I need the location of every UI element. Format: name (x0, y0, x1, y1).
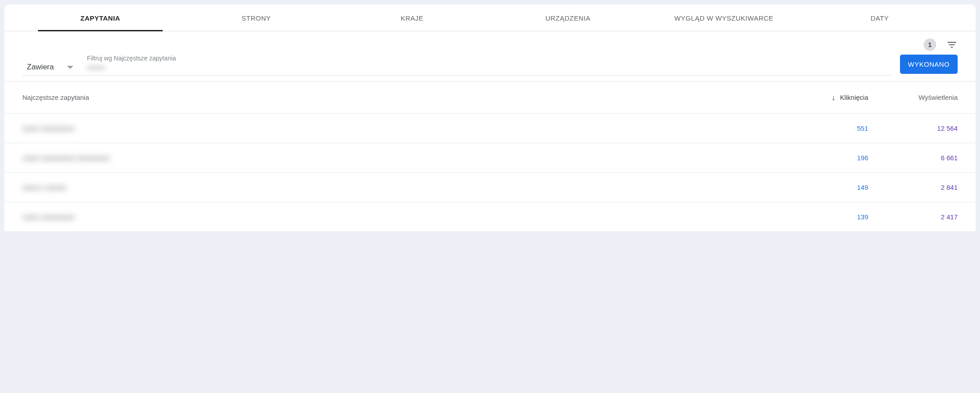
cell-query: xxxxx xxxxxxxxxx xxxxxxxxxx (22, 154, 797, 162)
filter-count-badge: 1 (924, 38, 936, 51)
chevron-down-icon (67, 66, 73, 69)
cell-clicks: 149 (797, 184, 868, 191)
filter-input-value: xxxxx (87, 64, 891, 72)
tab-dates[interactable]: DATY (802, 4, 958, 31)
col-head-impressions[interactable]: Wyświetlenia (868, 94, 958, 101)
tab-queries[interactable]: ZAPYTANIA (22, 4, 178, 31)
filter-input-label: Filtruj wg Najczęstsze zapytania (87, 55, 891, 62)
cell-clicks: 139 (797, 213, 868, 221)
filter-left: Zawiera Filtruj wg Najczęstsze zapytania… (22, 55, 891, 76)
cell-impressions: 12 564 (868, 124, 958, 132)
cell-clicks: 196 (797, 154, 868, 162)
cell-query: xxxxx x xxxxxx (22, 184, 797, 191)
table-row[interactable]: xxxxx xxxxxxxxxx55112 564 (4, 114, 976, 143)
filter-mode-value: Zawiera (27, 63, 54, 72)
tab-devices[interactable]: URZĄDZENIA (490, 4, 646, 31)
tab-appearance[interactable]: WYGLĄD W WYSZUKIWARCE (646, 4, 802, 31)
table-row[interactable]: xxxxx xxxxxxxxxx1392 417 (4, 202, 976, 232)
filter-row: Zawiera Filtruj wg Najczęstsze zapytania… (4, 55, 976, 81)
col-head-query: Najczęstsze zapytania (22, 94, 797, 101)
tab-pages[interactable]: STRONY (178, 4, 334, 31)
cell-impressions: 2 417 (868, 213, 958, 221)
col-head-clicks-label: Kliknięcia (840, 94, 868, 101)
tab-countries[interactable]: KRAJE (334, 4, 490, 31)
table-row[interactable]: xxxxx xxxxxxxxxx xxxxxxxxxx1966 661 (4, 143, 976, 173)
col-head-clicks[interactable]: ↓ Kliknięcia (797, 94, 868, 102)
cell-clicks: 551 (797, 124, 868, 132)
toolbar: 1 (4, 31, 976, 55)
filter-input-wrap[interactable]: Filtruj wg Najczęstsze zapytania xxxxx (87, 55, 891, 72)
sort-desc-icon: ↓ (832, 94, 836, 102)
cell-query: xxxxx xxxxxxxxxx (22, 124, 797, 132)
cell-impressions: 2 841 (868, 184, 958, 191)
table-head: Najczęstsze zapytania ↓ Kliknięcia Wyświ… (4, 81, 976, 114)
filter-list-icon[interactable] (946, 39, 958, 51)
cell-query: xxxxx xxxxxxxxxx (22, 213, 797, 221)
done-button[interactable]: WYKONANO (900, 55, 958, 74)
cell-impressions: 6 661 (868, 154, 958, 162)
table-body: xxxxx xxxxxxxxxx55112 564xxxxx xxxxxxxxx… (4, 114, 976, 232)
tabs-bar: ZAPYTANIA STRONY KRAJE URZĄDZENIA WYGLĄD… (4, 4, 976, 31)
filter-mode-select[interactable]: Zawiera (22, 63, 73, 72)
table-row[interactable]: xxxxx x xxxxxx1492 841 (4, 173, 976, 202)
performance-card: ZAPYTANIA STRONY KRAJE URZĄDZENIA WYGLĄD… (4, 4, 976, 232)
